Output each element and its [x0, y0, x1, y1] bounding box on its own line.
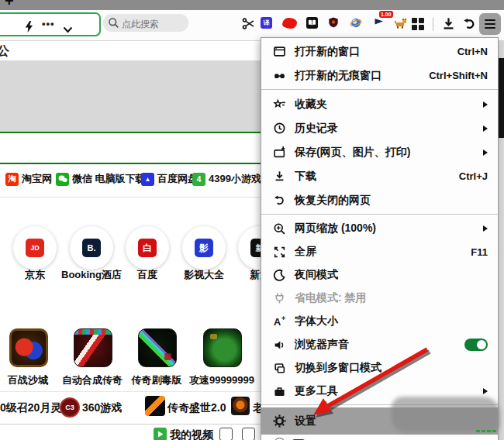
save-icon [273, 146, 286, 159]
my-video-link[interactable]: 我的视频 [170, 428, 213, 440]
menu-label: 打开新的无痕窗口 [295, 69, 381, 83]
download-toolbar-icon[interactable] [441, 16, 456, 34]
menu-item-multi-window[interactable]: 切换到多窗口模式 [261, 356, 498, 380]
multi-window-icon [273, 362, 286, 375]
zoom-icon [273, 222, 286, 235]
search-box[interactable] [103, 14, 188, 32]
download-icon [273, 170, 286, 183]
apps-grid-icon[interactable] [412, 18, 424, 30]
game-tile-baizhan[interactable] [9, 328, 48, 367]
corner-glyph: 公 [0, 43, 9, 60]
green-speck [476, 430, 480, 432]
shortcut-booking[interactable]: B. [70, 226, 113, 270]
pet-extension-icon[interactable] [395, 18, 408, 32]
baidu-icon: 白 [138, 239, 157, 257]
font-size-icon: A+ [273, 315, 286, 328]
menu-item-history[interactable]: 历史记录 [261, 116, 498, 140]
sword-game-icon[interactable] [145, 396, 165, 416]
game-label[interactable]: 攻速99999999 [179, 373, 264, 387]
menu-item-more-tools[interactable]: 更多工具 [261, 380, 498, 403]
toolbar-separator [433, 18, 433, 31]
menu-item-zoom[interactable]: 网页缩放 (100%) [261, 217, 498, 240]
menu-label: 全屏 [295, 245, 316, 259]
game-tile-hecheng[interactable] [74, 328, 112, 367]
green-speck [492, 430, 496, 432]
undo-toolbar-icon[interactable] [462, 16, 477, 34]
submenu-arrow-icon [483, 225, 488, 232]
new-tab-button[interactable]: + [5, 0, 14, 9]
bookmark-wechat[interactable]: 微信 电脑版下载 [56, 172, 146, 186]
menu-label: 网页缩放 (100%) [295, 222, 376, 235]
tab-strip: + [0, 0, 504, 10]
bookmark-baidupan[interactable]: ▲ 百度网盘 [141, 172, 198, 186]
new-window-icon [273, 45, 286, 58]
menu-item-save[interactable]: 保存(网页、图片、打印) [261, 140, 498, 164]
history-icon [273, 122, 286, 135]
search-icon [108, 17, 119, 29]
yingshi-icon: 影 [195, 239, 213, 257]
shortcut-baidu[interactable]: 白 [126, 226, 169, 270]
menu-item-browser-sound[interactable]: 浏览器声音 [261, 333, 498, 356]
shield-extension-icon[interactable] [328, 16, 339, 32]
menu-label: 夜间模式 [295, 268, 338, 282]
menu-label: 打开新的窗口 [295, 45, 360, 59]
flag-extension-icon[interactable] [374, 18, 384, 33]
incognito-icon [273, 69, 286, 82]
submenu-arrow-icon [483, 150, 488, 156]
link-360game[interactable]: 360游戏 [82, 401, 122, 415]
green-speck [487, 430, 491, 432]
browser-menu: 打开新的窗口 Ctrl+N 打开新的无痕窗口 Ctrl+Shift+N 收藏夹 … [261, 37, 499, 440]
shortcut-yingshi[interactable]: 影 [182, 226, 226, 270]
menu-shortcut: Ctrl+J [459, 170, 488, 182]
scissors-icon[interactable] [242, 17, 255, 33]
translate-extension-icon[interactable]: 译 [261, 17, 272, 29]
menu-item-fullscreen[interactable]: 全屏 F11 [261, 240, 498, 263]
favorites-icon [273, 98, 286, 111]
shortcut-jd[interactable]: JD [13, 226, 57, 270]
menu-item-download[interactable]: 下载 Ctrl+J [261, 164, 498, 188]
more-dots-icon[interactable]: ••• [42, 18, 55, 29]
chevron-down-icon[interactable] [63, 22, 73, 36]
booking-icon: B. [82, 239, 101, 257]
bookmark-label: 微信 电脑版下载 [72, 172, 146, 186]
search-input[interactable] [120, 14, 187, 33]
menu-label: 历史记录 [295, 122, 338, 136]
scrollbar[interactable] [499, 40, 504, 440]
flag-badge: 1.00 [379, 11, 393, 18]
picture-icon[interactable] [242, 428, 255, 440]
game-tile-judu[interactable] [138, 328, 177, 367]
restore-icon [273, 194, 286, 207]
menu-item-new-window[interactable]: 打开新的窗口 Ctrl+N [261, 40, 498, 64]
link-zhao20[interactable]: 0级召20月灵 [0, 401, 61, 415]
game-tile-gongsu[interactable] [203, 328, 242, 367]
menu-separator [261, 214, 498, 215]
menu-item-font-size[interactable]: A+ 字体大小 [261, 310, 498, 333]
menu-item-clipped [261, 435, 498, 440]
lao-game-icon[interactable] [231, 397, 250, 415]
submenu-arrow-icon [483, 125, 488, 132]
menu-item-favorites[interactable]: 收藏夹 [261, 92, 498, 116]
bookmark-taobao[interactable]: 淘 淘宝网 [5, 172, 52, 186]
red-extension-icon[interactable] [282, 18, 297, 29]
menu-button[interactable] [479, 13, 501, 35]
scrollbar-thumb[interactable] [499, 58, 504, 138]
bookmark-4399[interactable]: 4 4399小游戏大 [192, 172, 271, 186]
menu-label: 浏览器声音 [295, 338, 349, 352]
globe-extension-icon[interactable] [350, 17, 362, 32]
address-bar[interactable]: ••• [0, 12, 101, 36]
menu-label: 设置 [295, 414, 316, 428]
baidupan-icon: ▲ [141, 173, 154, 186]
menu-item-settings[interactable]: 设置 [261, 407, 498, 435]
c3-icon[interactable]: C3 [60, 397, 80, 418]
submenu-arrow-icon [483, 388, 488, 394]
lightning-icon[interactable] [23, 21, 33, 36]
video-camera-icon[interactable] [219, 428, 233, 440]
wechat-icon [56, 173, 69, 186]
link-chuanqi[interactable]: 传奇盛世2.0 [167, 401, 226, 415]
menu-item-incognito[interactable]: 打开新的无痕窗口 Ctrl+Shift+N [261, 64, 498, 88]
sound-toggle[interactable] [464, 339, 488, 351]
book-extension-icon[interactable] [306, 17, 318, 29]
play-icon[interactable] [154, 428, 167, 440]
menu-item-night-mode[interactable]: 夜间模式 [261, 263, 498, 287]
menu-item-restore-tabs[interactable]: 恢复关闭的网页 [261, 188, 498, 212]
